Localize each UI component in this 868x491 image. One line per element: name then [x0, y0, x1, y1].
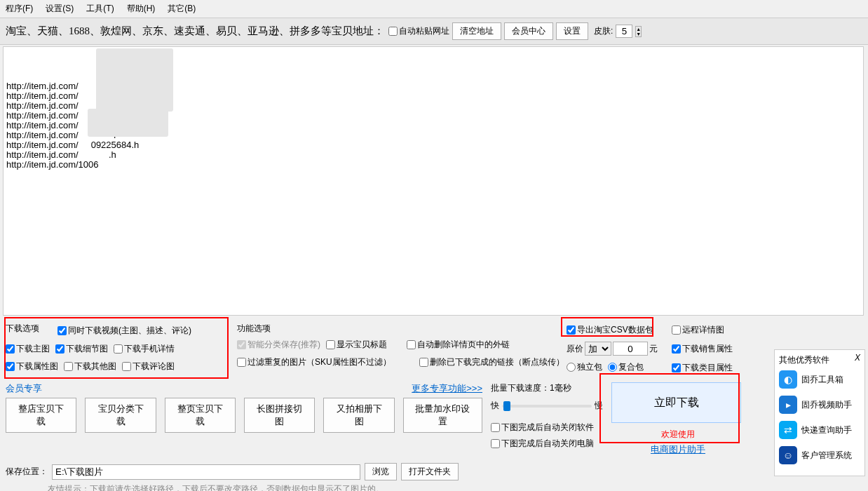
software-label: 快递查询助手	[801, 424, 852, 436]
smart-save-checkbox[interactable]: 智能分类保存(推荐)	[237, 339, 320, 351]
welcome-text: 欢迎使用	[611, 429, 745, 440]
brand-link[interactable]: 电商图片助手	[611, 443, 745, 456]
menu-settings[interactable]: 设置(S)	[46, 3, 74, 15]
save-location-label: 保存位置：	[6, 466, 48, 478]
open-folder-button[interactable]: 打开文件夹	[401, 463, 459, 480]
remote-detail-checkbox[interactable]: 远程详情图	[672, 324, 749, 336]
album-button[interactable]: 又拍相册下图	[323, 398, 394, 433]
software-icon: ◐	[779, 370, 797, 389]
skin-spinner[interactable]: ▲▼	[635, 26, 642, 37]
speed-fast-label: 快	[491, 400, 499, 412]
category-download-button[interactable]: 宝贝分类下载	[85, 398, 156, 433]
download-video-checkbox[interactable]: 同时下载视频(主图、描述、评论)	[57, 323, 191, 339]
clear-address-button[interactable]: 清空地址	[452, 22, 501, 40]
software-label: 固乔工具箱	[801, 374, 843, 386]
attr-img-checkbox[interactable]: 下载属性图	[6, 361, 58, 372]
url-list-textarea[interactable]: http://item.jd.com/ 532.htmlhttp://item.…	[3, 46, 864, 316]
auto-paste-checkbox[interactable]: 自动粘贴网址	[388, 25, 449, 37]
software-icon: ☺	[779, 446, 797, 464]
menu-program[interactable]: 程序(F)	[6, 3, 33, 15]
price-value-input[interactable]	[613, 342, 648, 356]
save-hint: 友情提示：下载前请先选择好路径，下载后不要改变路径，否则数据包中显示不了图片的。	[48, 483, 862, 491]
url-line: http://item.jd.com/ 09225684.h	[6, 140, 860, 150]
menu-bar: 程序(F) 设置(S) 工具(T) 帮助(H) 其它(B)	[0, 0, 868, 18]
url-line: http://item.jd.com/1006	[6, 160, 860, 170]
close-software-checkbox[interactable]: 下图完成后自动关闭软件	[491, 422, 603, 433]
software-item[interactable]: ⇄快递查询助手	[779, 421, 860, 439]
settings-button[interactable]: 设置	[556, 22, 588, 40]
shop-all-button[interactable]: 整店宝贝下载	[6, 398, 76, 433]
save-path-input[interactable]	[52, 464, 360, 480]
watermark-button[interactable]: 批量加水印设置	[403, 398, 482, 433]
download-now-button[interactable]: 立即下载	[611, 382, 741, 423]
software-item[interactable]: ▸固乔视频助手	[779, 396, 860, 414]
show-title-checkbox[interactable]: 显示宝贝标题	[326, 339, 387, 351]
detail-img-checkbox[interactable]: 下载细节图	[55, 343, 108, 355]
comment-img-checkbox[interactable]: 下载评论图	[122, 361, 175, 372]
menu-tools[interactable]: 工具(T)	[86, 3, 114, 15]
combo-pack-radio[interactable]: 复合包	[608, 361, 644, 373]
options-panel: 下载选项 同时下载视频(主图、描述、评论) 下载主图 下载细节图 下载手机详情 …	[0, 317, 868, 491]
sidebar-title: 其他优秀软件	[779, 354, 860, 366]
mobile-detail-checkbox[interactable]: 下载手机详情	[114, 343, 175, 355]
software-icon: ⇄	[779, 421, 797, 439]
skin-label: 皮肤:	[594, 25, 613, 37]
long-img-button[interactable]: 长图拼接切图	[244, 398, 315, 433]
indep-pack-radio[interactable]: 独立包	[567, 361, 602, 373]
price-unit: 元	[649, 343, 658, 355]
software-label: 固乔视频助手	[801, 399, 852, 411]
browse-button[interactable]: 浏览	[365, 463, 397, 480]
software-item[interactable]: ◐固乔工具箱	[779, 370, 860, 389]
function-options-title: 功能选项	[237, 323, 552, 335]
sidebar-close-icon[interactable]: X	[855, 353, 860, 363]
software-label: 客户管理系统	[801, 450, 852, 462]
cat-attr-checkbox[interactable]: 下载类目属性	[672, 362, 749, 374]
batch-speed-label: 批量下载速度：1毫秒	[491, 382, 603, 394]
main-img-checkbox[interactable]: 下载主图	[6, 343, 50, 355]
del-done-checkbox[interactable]: 删除已下载完成的链接（断点续传）	[419, 356, 564, 368]
software-item[interactable]: ☺客户管理系统	[779, 446, 860, 464]
software-icon: ▸	[779, 396, 797, 414]
toolbar: 淘宝、天猫、1688、敦煌网、京东、速卖通、易贝、亚马逊、拼多多等宝贝地址： 自…	[0, 18, 868, 45]
other-img-checkbox[interactable]: 下载其他图	[64, 361, 116, 372]
auto-del-link-checkbox[interactable]: 自动删除详情页中的外链	[407, 339, 510, 351]
filter-dup-checkbox[interactable]: 过滤重复的图片（SKU属性图不过滤）	[237, 356, 391, 368]
member-center-button[interactable]: 会员中心	[504, 22, 553, 40]
speed-slider[interactable]	[502, 405, 592, 408]
menu-other[interactable]: 其它(B)	[168, 3, 196, 15]
address-label: 淘宝、天猫、1688、敦煌网、京东、速卖通、易贝、亚马逊、拼多多等宝贝地址：	[6, 25, 384, 38]
sale-attr-checkbox[interactable]: 下载销售属性	[672, 343, 749, 355]
menu-help[interactable]: 帮助(H)	[127, 3, 156, 15]
skin-input[interactable]	[616, 25, 632, 38]
other-software-sidebar: X 其他优秀软件 ◐固乔工具箱▸固乔视频助手⇄快递查询助手☺客户管理系统	[774, 349, 865, 476]
speed-slow-label: 慢	[595, 400, 603, 412]
download-options-title: 下载选项	[6, 323, 39, 335]
price-label: 原价	[567, 343, 583, 355]
more-features-link[interactable]: 更多专享功能>>>	[412, 382, 482, 395]
member-exclusive-label: 会员专享	[6, 382, 42, 395]
page-download-button[interactable]: 整页宝贝下载	[165, 398, 236, 433]
export-csv-checkbox[interactable]: 导出淘宝CSV数据包	[567, 324, 658, 336]
price-op-select[interactable]: 加	[585, 342, 611, 356]
close-pc-checkbox[interactable]: 下图完成后自动关闭电脑	[491, 438, 603, 450]
url-line: http://item.jd.com/ .h	[6, 150, 860, 160]
